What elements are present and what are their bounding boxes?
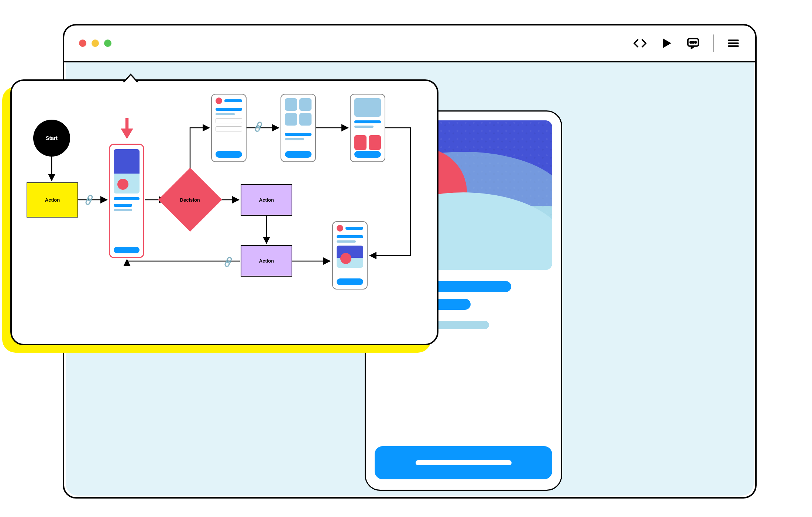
action-node-3[interactable]: Action bbox=[241, 245, 292, 277]
svg-marker-0 bbox=[663, 38, 671, 48]
start-node[interactable]: Start bbox=[33, 120, 70, 157]
screen-thumbnail-hero[interactable] bbox=[332, 221, 368, 290]
comment-icon[interactable] bbox=[686, 36, 700, 50]
action-node-2[interactable]: Action bbox=[241, 184, 292, 216]
action-label: Action bbox=[45, 197, 60, 203]
flowchart-popover: 🔗 🔗 🔗 Start Action Decision Action Actio… bbox=[10, 79, 438, 345]
popover-pointer-icon bbox=[123, 73, 139, 82]
action-node-1[interactable]: Action bbox=[27, 182, 78, 218]
play-icon[interactable] bbox=[660, 36, 674, 50]
minimize-dot[interactable] bbox=[92, 40, 99, 47]
window-controls[interactable] bbox=[79, 40, 111, 47]
screen-thumbnail-selected[interactable] bbox=[109, 144, 144, 258]
decision-label: Decision bbox=[180, 197, 200, 203]
action-label: Action bbox=[259, 197, 274, 203]
toolbar-separator bbox=[713, 34, 714, 52]
menu-icon[interactable] bbox=[726, 36, 740, 50]
code-icon[interactable] bbox=[633, 36, 647, 50]
svg-point-2 bbox=[690, 42, 692, 43]
browser-topbar bbox=[64, 25, 755, 62]
start-label: Start bbox=[46, 135, 58, 141]
link-icon: 🔗 bbox=[83, 194, 95, 206]
decision-node[interactable]: Decision bbox=[158, 168, 222, 232]
close-dot[interactable] bbox=[79, 40, 86, 47]
button-label-placeholder bbox=[416, 460, 512, 465]
selection-arrow-icon bbox=[121, 118, 133, 139]
screen-thumbnail-form[interactable] bbox=[211, 94, 247, 162]
maximize-dot[interactable] bbox=[104, 40, 111, 47]
action-label: Action bbox=[259, 258, 274, 264]
svg-point-3 bbox=[692, 42, 694, 43]
toolbar-right bbox=[633, 34, 740, 52]
screen-thumbnail-cards[interactable] bbox=[350, 94, 385, 162]
screen-thumbnail-grid[interactable] bbox=[281, 94, 316, 162]
svg-point-4 bbox=[695, 42, 696, 43]
primary-button[interactable] bbox=[375, 446, 552, 479]
link-icon: 🔗 bbox=[252, 121, 265, 133]
link-icon: 🔗 bbox=[222, 256, 234, 268]
